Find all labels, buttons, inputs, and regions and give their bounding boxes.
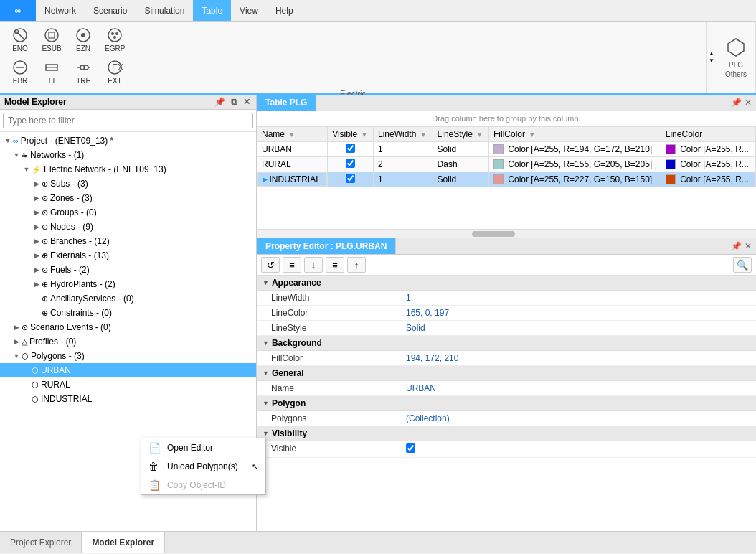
- visible-checkbox[interactable]: [346, 144, 355, 153]
- visible-checkbox[interactable]: [346, 174, 355, 183]
- tree-ancillary[interactable]: ⊕ AncillaryServices - (0): [0, 291, 256, 306]
- col-linestyle[interactable]: LineStyle ▼: [433, 127, 488, 142]
- section-label: General: [272, 368, 304, 378]
- visible-checkbox[interactable]: [346, 159, 355, 168]
- menu-network[interactable]: Network: [36, 0, 85, 21]
- ribbon-scroll[interactable]: ▲ ▼: [707, 22, 717, 93]
- scenario-icon: ⊙: [22, 323, 28, 332]
- prop-search-btn[interactable]: 🔍: [733, 257, 752, 273]
- prop-value[interactable]: [400, 441, 756, 457]
- context-copy-id[interactable]: 📋 Copy Object-ID: [141, 476, 265, 494]
- section-polygon[interactable]: ▼ Polygon: [257, 396, 756, 411]
- horizontal-scrollbar[interactable]: [257, 229, 756, 238]
- titlebar-controls: 📌 ⧉ ✕: [213, 97, 252, 107]
- fillcolor-label: Color [A=255, R=194, G=172, B=210]: [508, 144, 652, 154]
- menu-view[interactable]: View: [231, 0, 267, 21]
- menu-simulation[interactable]: Simulation: [136, 0, 193, 21]
- menu-scenario[interactable]: Scenario: [85, 0, 136, 21]
- tree-item-label: Networks - (1): [30, 150, 84, 160]
- section-background[interactable]: ▼ Background: [257, 336, 756, 351]
- col-fillcolor[interactable]: FillColor ▼: [489, 127, 661, 142]
- table-row[interactable]: ▶ INDUSTRIAL 1 Solid Color [A=255, R=227…: [257, 172, 756, 187]
- context-unload-polygon[interactable]: 🗑 Unload Polygon(s) ↖: [141, 457, 265, 476]
- tree-project[interactable]: ▼ ∞ Project - (ENET09_13) *: [0, 133, 256, 148]
- tree-groups[interactable]: ▶ ⊙ Groups - (0): [0, 205, 256, 220]
- section-expand-icon: ▼: [263, 279, 269, 286]
- property-tab[interactable]: Property Editor : PLG.URBAN: [257, 238, 396, 254]
- cell-fillcolor: Color [A=255, R=155, G=205, B=205]: [489, 157, 661, 172]
- tree-polygons[interactable]: ▼ ⬡ Polygons - (3): [0, 349, 256, 363]
- ribbon-btn-egrp[interactable]: EGRP: [100, 24, 129, 55]
- col-linewidth[interactable]: LineWidth ▼: [374, 127, 433, 142]
- others-label: Others: [725, 70, 747, 78]
- tree-networks[interactable]: ▼ ≋ Networks - (1): [0, 148, 256, 162]
- ribbon-btn-trf[interactable]: TRF: [69, 57, 98, 88]
- tree-hydroplants[interactable]: ▶ ⊕ HydroPlants - (2): [0, 277, 256, 291]
- close-button[interactable]: ✕: [242, 97, 252, 107]
- tree-electric-network[interactable]: ▼ ⚡ Electric Network - (ENET09_13): [0, 162, 256, 177]
- tree-constraints[interactable]: ⊕ Constraints - (0): [0, 306, 256, 320]
- visible-prop-checkbox[interactable]: [406, 443, 415, 453]
- prop-tool-list[interactable]: ≡: [326, 257, 344, 273]
- col-visible[interactable]: Visible ▼: [328, 127, 374, 142]
- sort-icon-linestyle: ▼: [476, 131, 483, 138]
- scrollbar-thumb[interactable]: [472, 231, 515, 237]
- tree-profiles[interactable]: ▶ △ Profiles - (0): [0, 334, 256, 349]
- expander: ▶: [32, 180, 42, 187]
- prop-tool-categorize[interactable]: ≡: [283, 257, 301, 273]
- ribbon-btn-ebr[interactable]: EBR: [6, 57, 34, 88]
- tree-rural[interactable]: ⬡ RURAL: [0, 377, 256, 392]
- tab-close[interactable]: ✕: [745, 98, 752, 108]
- tab-pin[interactable]: 📌: [731, 98, 742, 108]
- table-row[interactable]: URBAN 1 Solid Color [A=255, R=194, G=172…: [257, 142, 756, 157]
- ribbon-scroll-down[interactable]: ▼: [708, 57, 715, 65]
- menu-table[interactable]: Table: [193, 0, 231, 21]
- prop-tab-pin[interactable]: 📌: [731, 241, 742, 251]
- pin-button[interactable]: 📌: [213, 97, 227, 107]
- cell-visible[interactable]: [328, 142, 374, 157]
- col-linecolor[interactable]: LineColor: [661, 127, 755, 142]
- expander: ▶: [11, 338, 22, 345]
- prop-tool-refresh[interactable]: ↺: [261, 257, 280, 273]
- prop-tool-download[interactable]: ↓: [304, 257, 323, 273]
- ribbon-scroll-up[interactable]: ▲: [708, 50, 715, 57]
- col-name[interactable]: Name ▼: [257, 127, 328, 142]
- tree-zones[interactable]: ▶ ⊙ Zones - (3): [0, 191, 256, 205]
- context-menu-label: Copy Object-ID: [167, 480, 226, 490]
- expander: ▼: [11, 352, 22, 360]
- section-visibility[interactable]: ▼ Visibility: [257, 426, 756, 441]
- float-button[interactable]: ⧉: [230, 97, 239, 107]
- section-general[interactable]: ▼ General: [257, 366, 756, 381]
- prop-fillcolor: FillColor 194, 172, 210: [257, 351, 756, 366]
- tree-item-label: Externals - (13): [50, 250, 109, 260]
- ribbon-btn-esub[interactable]: ESUB: [37, 24, 66, 55]
- ribbon-btn-eno[interactable]: ENO: [6, 24, 34, 55]
- tree-branches[interactable]: ▶ ⊙ Branches - (12): [0, 234, 256, 248]
- tree-urban[interactable]: ⬡ URBAN: [0, 363, 256, 377]
- ribbon-btn-ezn[interactable]: EZN: [69, 24, 98, 55]
- tree-fuels[interactable]: ▶ ⊙ Fuels - (2): [0, 263, 256, 277]
- prop-tab-close[interactable]: ✕: [745, 241, 752, 251]
- context-open-editor[interactable]: 📄 Open Editor: [141, 438, 265, 457]
- tree-externals[interactable]: ▶ ⊕ Externals - (13): [0, 248, 256, 263]
- svg-point-10: [113, 36, 116, 39]
- prop-tool-upload[interactable]: ↑: [347, 257, 366, 273]
- menu-help[interactable]: Help: [267, 0, 302, 21]
- tab-model-explorer[interactable]: Model Explorer: [82, 532, 165, 553]
- ribbon-btn-li[interactable]: LI: [37, 57, 66, 88]
- tree-industrial[interactable]: ⬡ INDUSTRIAL: [0, 392, 256, 406]
- table-row[interactable]: RURAL 2 Dash Color [A=255, R=155, G=205,…: [257, 157, 756, 172]
- ribbon-btn-ext[interactable]: EX EXT: [100, 57, 129, 88]
- tree-item-label: AncillaryServices - (0): [50, 294, 134, 304]
- tree-scenario-events[interactable]: ▶ ⊙ Scenario Events - (0): [0, 320, 256, 334]
- tree-nodes[interactable]: ▶ ⊙ Nodes - (9): [0, 220, 256, 234]
- table-tab[interactable]: Table PLG: [257, 95, 316, 111]
- tree-subs[interactable]: ▶ ⊕ Subs - (3): [0, 177, 256, 191]
- section-appearance[interactable]: ▼ Appearance: [257, 276, 756, 291]
- tab-project-explorer[interactable]: Project Explorer: [0, 532, 82, 553]
- ext-label: EXT: [108, 77, 121, 85]
- table-scroll-area[interactable]: Name ▼ Visible ▼ LineWidth ▼ LineStyle ▼…: [257, 126, 756, 229]
- cell-visible[interactable]: [328, 157, 374, 172]
- cell-visible[interactable]: [328, 172, 374, 187]
- filter-input[interactable]: [3, 113, 253, 128]
